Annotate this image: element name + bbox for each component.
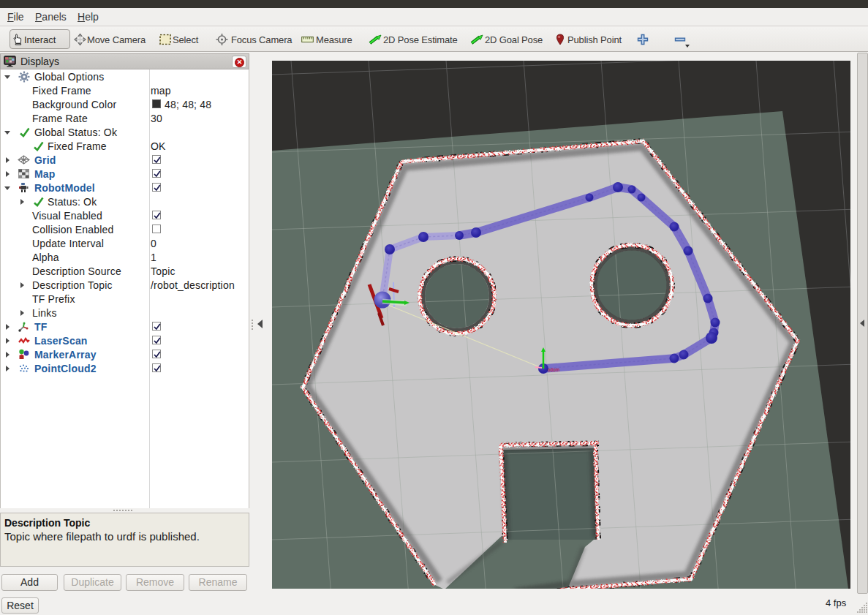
svg-text:odom: odom bbox=[548, 367, 559, 372]
